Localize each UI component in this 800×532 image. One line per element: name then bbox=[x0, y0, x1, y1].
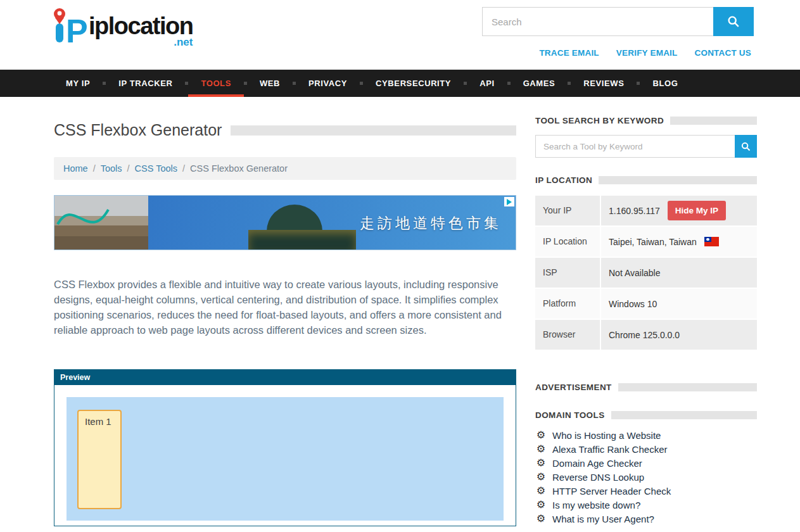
svg-text:P: P bbox=[66, 13, 88, 47]
breadcrumb-item: Home / bbox=[63, 163, 96, 174]
ip-row-value-text: Windows 10 bbox=[609, 299, 657, 309]
gear-icon: ⚙ bbox=[535, 486, 547, 496]
domain-tools-heading-text: DOMAIN TOOLS bbox=[535, 410, 605, 420]
ip-row-value-text: 1.160.95.117 bbox=[609, 206, 660, 216]
tool-search-input[interactable] bbox=[535, 135, 735, 158]
ip-row-label: ISP bbox=[535, 258, 601, 288]
ip-row-value-text: Taipei, Taiwan, Taiwan bbox=[609, 237, 697, 247]
logo-tld-text: .net bbox=[174, 36, 193, 49]
ad-banner[interactable]: 走訪地道特色市集 bbox=[54, 195, 516, 250]
title-row: CSS Flexbox Generator bbox=[54, 121, 516, 139]
breadcrumb-link[interactable]: Home bbox=[63, 163, 88, 174]
nav-item-label: TOOLS bbox=[201, 79, 231, 88]
nav-item[interactable]: IP TRACKER bbox=[106, 70, 185, 97]
preview-body: Item 1 bbox=[54, 385, 516, 526]
logo-brand-text: iplocation bbox=[89, 13, 193, 39]
domain-tool-item[interactable]: ⚙ Who is Hosting a Website bbox=[535, 428, 757, 442]
heading-decoration-bar bbox=[618, 383, 757, 391]
heading-decoration-bar bbox=[670, 117, 757, 125]
ad-choices-icon[interactable] bbox=[504, 197, 514, 206]
ip-row-value: Chrome 125.0.0.0 bbox=[601, 320, 757, 350]
tool-description: CSS Flexbox provides a flexible and intu… bbox=[54, 277, 516, 338]
header-search-button[interactable] bbox=[713, 7, 754, 36]
nav-item[interactable]: PRIVACY bbox=[296, 70, 360, 97]
nav-item[interactable]: BLOG bbox=[640, 70, 690, 97]
nav-item[interactable]: WEB bbox=[247, 70, 293, 97]
header-search-input[interactable] bbox=[482, 7, 713, 36]
domain-tool-item[interactable]: ⚙ HTTP Server Header Check bbox=[535, 484, 757, 498]
search-icon bbox=[740, 141, 751, 152]
breadcrumb-item: CSS Tools / bbox=[135, 163, 185, 174]
ad-building-dome-graphic bbox=[267, 205, 322, 231]
gear-icon: ⚙ bbox=[535, 514, 547, 524]
ip-row-value: Not Available bbox=[601, 258, 757, 288]
domain-tool-link[interactable]: Is my website down? bbox=[552, 500, 640, 510]
domain-tool-link[interactable]: What is my User Agent? bbox=[552, 514, 654, 524]
domain-tool-link[interactable]: Reverse DNS Lookup bbox=[552, 472, 644, 483]
main-content: CSS Flexbox Generator Home / Tools / CSS… bbox=[54, 97, 516, 526]
domain-tool-item[interactable]: ⚙ What is my User Agent? bbox=[535, 512, 757, 526]
header-search bbox=[482, 7, 754, 36]
domain-tool-item[interactable]: ⚙ Reverse DNS Lookup bbox=[535, 470, 757, 484]
ip-location-heading-text: IP LOCATION bbox=[535, 175, 592, 185]
nav-item-label: REVIEWS bbox=[583, 79, 624, 88]
ad-left-photo bbox=[54, 196, 148, 250]
main-nav: MY IP IP TRACKER TOOLS WEB PRIVACY CYBER… bbox=[0, 70, 800, 97]
ip-location-heading: IP LOCATION bbox=[535, 175, 757, 185]
ip-row-value: Taipei, Taiwan, Taiwan bbox=[601, 227, 757, 256]
taiwan-flag-icon bbox=[704, 237, 719, 246]
nav-item[interactable]: CYBERSECURITY bbox=[363, 70, 464, 97]
heading-decoration-bar bbox=[599, 176, 757, 184]
search-icon bbox=[727, 15, 740, 28]
advertisement-heading-text: ADVERTISEMENT bbox=[535, 383, 612, 392]
advertisement-heading: ADVERTISEMENT bbox=[535, 383, 757, 392]
nav-item-label: API bbox=[479, 79, 494, 88]
site-header: P iplocation .net TRACE EMAILVERIFY EMAI… bbox=[0, 0, 800, 70]
domain-tool-link[interactable]: HTTP Server Header Check bbox=[552, 486, 671, 497]
ip-row-value: 1.160.95.117 Hide My IP bbox=[601, 196, 757, 225]
heading-decoration-bar bbox=[611, 411, 757, 419]
nav-item[interactable]: API bbox=[467, 70, 507, 97]
ip-row-label: IP Location bbox=[535, 227, 601, 256]
nav-item[interactable]: REVIEWS bbox=[571, 70, 637, 97]
nav-item[interactable]: TOOLS bbox=[188, 70, 244, 97]
ip-row-label: Browser bbox=[535, 320, 601, 350]
ip-row-label: Your IP bbox=[535, 196, 601, 225]
tool-search bbox=[535, 135, 757, 158]
ip-row-value-text: Chrome 125.0.0.0 bbox=[609, 330, 680, 340]
nav-item[interactable]: MY IP bbox=[53, 70, 103, 97]
domain-tool-item[interactable]: ⚙ Is my website down? bbox=[535, 498, 757, 512]
header-link[interactable]: TRACE EMAIL bbox=[539, 48, 599, 58]
domain-tool-item[interactable]: ⚙ Alexa Traffic Rank Checker bbox=[535, 442, 757, 456]
breadcrumb-link[interactable]: Tools bbox=[101, 163, 122, 174]
domain-tool-link[interactable]: Who is Hosting a Website bbox=[552, 430, 661, 441]
title-decoration-bar bbox=[231, 125, 516, 136]
hide-my-ip-button[interactable]: Hide My IP bbox=[668, 201, 726, 220]
domain-tool-link[interactable]: Alexa Traffic Rank Checker bbox=[552, 444, 667, 455]
header-link[interactable]: CONTACT US bbox=[695, 48, 752, 58]
breadcrumb-link[interactable]: CSS Tools bbox=[135, 163, 177, 174]
flag-canton bbox=[704, 237, 712, 242]
ad-building-base-graphic bbox=[248, 230, 356, 250]
sidebar: TOOL SEARCH BY KEYWORD IP LOCATION Your … bbox=[535, 97, 757, 526]
breadcrumb-item: Tools / bbox=[101, 163, 130, 174]
domain-tools-list: ⚙ Who is Hosting a Website ⚙ Alexa Traff… bbox=[535, 428, 757, 526]
nav-item-label: PRIVACY bbox=[308, 79, 347, 88]
ad-choices-triangle-icon bbox=[507, 199, 512, 205]
nav-item[interactable]: GAMES bbox=[511, 70, 568, 97]
domain-tool-link[interactable]: Domain Age Checker bbox=[552, 458, 642, 469]
preview-header: Preview bbox=[54, 370, 516, 385]
page-title: CSS Flexbox Generator bbox=[54, 121, 222, 139]
domain-tool-item[interactable]: ⚙ Domain Age Checker bbox=[535, 456, 757, 470]
logo[interactable]: P iplocation .net bbox=[53, 6, 193, 47]
nav-item-label: CYBERSECURITY bbox=[376, 79, 451, 88]
ad-caption: 走訪地道特色市集 bbox=[360, 213, 502, 232]
ip-location-table: Your IP 1.160.95.117 Hide My IP IP Locat… bbox=[535, 196, 757, 350]
tool-search-button[interactable] bbox=[735, 135, 757, 158]
flex-preview-item: Item 1 bbox=[77, 410, 122, 509]
ip-row-label: Platform bbox=[535, 289, 601, 319]
ip-table-row: Platform Windows 10 bbox=[535, 289, 757, 319]
tool-search-heading-text: TOOL SEARCH BY KEYWORD bbox=[535, 116, 664, 125]
header-link[interactable]: VERIFY EMAIL bbox=[616, 48, 678, 58]
ad-swirl-graphic bbox=[54, 196, 130, 240]
